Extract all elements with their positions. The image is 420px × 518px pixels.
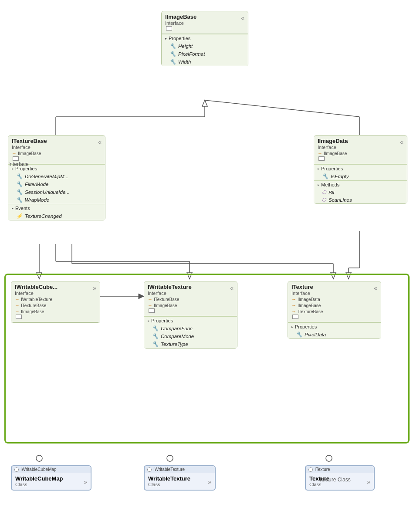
itexturebase-prop-dogeneratemip: 🔧 DoGenerateMipM... [8,173,105,180]
iwritablecubemap-collapse[interactable]: » [93,284,96,291]
texturetype-icon: 🔧 [152,341,159,347]
iwt-arrow2: → [148,303,152,308]
writablecubemap-node: IWritableCubeMap WritableCubeMap Class » [11,465,91,491]
itexture-inherit2: → IImageBase [291,303,323,308]
texturechanged-label: TextureChanged [25,213,62,219]
dogenmip-icon: 🔧 [16,173,23,179]
iimagedata-properties-section: ▸ Properties 🔧 IsEmpty [314,164,407,180]
iwt-prop-texturetype: 🔧 TextureType [144,340,237,348]
itexturebase-inherit: → IImageBase [12,151,47,156]
iimagebase-properties-section: ▸ Properties 🔧 Height 🔧 PixelFormat 🔧 Wi… [162,34,248,66]
iwritabletexture-props-header: ▸ Properties [144,317,237,325]
iimagedata-method-blt: ⬡ Blt [314,189,407,196]
scanlines-icon: ⬡ [322,197,326,203]
iwritabletexture-if-icon [149,308,155,313]
iimagebase-collapse[interactable]: « [241,14,244,21]
itexture-properties-section: ▸ Properties 🔧 PixelData [288,322,381,339]
iimagedata-prop-isempty: 🔧 IsEmpty [314,173,407,180]
it-inherit2: IImageBase [298,303,321,308]
iimagedata-inherit: → IImageBase [318,151,348,156]
pixeldata-label: PixelData [305,332,326,337]
iwritabletexture-inherit2: → IImageBase [148,303,192,308]
iimagedata-methods-label: Methods [321,182,339,187]
iwritablecubemap-stereotype: Interface [15,291,58,296]
iwritablecubemap-if-icon [16,315,22,319]
comparemode-label: CompareMode [161,334,194,339]
itexture-node: ITexture Interface → IImageData → IImage… [288,281,381,339]
itexture-inherit1: → IImageData [291,297,323,302]
iwritabletexture-inherit1: → ITextureBase [148,297,192,302]
itexturebase-event-texturechanged: ⚡ TextureChanged [8,212,105,220]
iwritablecubemap-node: IWritableCube... Interface → IWritableTe… [11,281,100,323]
it-inherit1: IImageData [298,297,320,302]
itexturebase-header: ITextureBase Interface → IImageBase « [8,135,105,164]
iimagedata-props-label: Properties [321,166,343,171]
dogenmip-label: DoGenerateMipM... [25,174,68,179]
properties-triangle: ▸ [165,37,167,41]
isempty-label: IsEmpty [331,174,349,179]
wt-implements-label: IWritableTexture [153,467,185,472]
t-lollipop [308,467,313,472]
blt-icon: ⬡ [322,190,326,195]
iwritabletexture-collapse[interactable]: « [230,284,234,291]
comparefunc-label: CompareFunc [161,326,193,331]
iimagebase-interface-icon [166,26,172,30]
sessionunique-icon: 🔧 [16,189,23,195]
iwt-prop-comparemode: 🔧 CompareMode [144,332,237,340]
iimagebase-title: IImageBase [165,14,196,20]
blt-label: Blt [329,190,334,195]
iwritabletexture-title: IWritableTexture [148,284,192,290]
isempty-icon: 🔧 [322,173,329,179]
itexture-prop-pixeldata: 🔧 PixelData [288,331,381,339]
iwritablecubemap-inherit2: → ITextureBase [15,303,58,308]
icm-inherit1: IWritableTexture [21,297,52,302]
icm-inherit2: ITextureBase [21,303,46,308]
itexturebase-prop-filtermode: 🔧 FilterMode [8,180,105,188]
iimagebase-prop-height: 🔧 Height [162,42,248,50]
itexturebase-collapse[interactable]: « [98,139,102,146]
width-label: Width [178,59,191,64]
iimagebase-properties-header: ▸ Properties [162,34,248,42]
iwritabletexture-stereotype: Interface [148,291,192,296]
icm-arrow2: → [15,303,20,308]
writablecubemap-collapse[interactable]: » [84,478,87,485]
svg-line-4 [205,100,359,117]
iimagedata-stereotype: Interface [318,145,348,150]
wt-lollipop [147,467,152,472]
texture-collapse[interactable]: » [367,478,370,485]
iimagedata-methods-section: ▸ Methods ⬡ Blt ⬡ ScanLines [314,180,407,203]
writabletexture-node: IWritableTexture WritableTexture Class » [144,465,216,491]
itexturebase-stereotype: Interface [12,145,47,150]
writabletexture-stereotype: Class [148,482,190,487]
itexture-stereotype: Interface [291,291,323,296]
iimagedata-node: IImageData Interface → IImageBase « ▸ Pr… [314,135,407,204]
icm-arrow1: → [15,297,20,302]
iwritablecubemap-title: IWritableCube... [15,284,58,290]
sessionunique-label: SessionUniqueIde... [25,190,70,195]
iwt-prop-comparefunc: 🔧 CompareFunc [144,325,237,332]
itexturebase-node: ITextureBase Interface → IImageBase « ▸ … [8,135,105,220]
itexturebase-properties-section: ▸ Properties 🔧 DoGenerateMipM... 🔧 Filte… [8,164,105,204]
iimagebase-header: IImageBase Interface « [162,11,248,34]
svg-point-24 [167,455,173,461]
iimagebase-prop-pixelformat: 🔧 PixelFormat [162,50,248,58]
svg-point-22 [36,455,42,461]
width-prop-icon: 🔧 [169,59,176,65]
inherit-arrow-icon: → [12,151,17,156]
itexturebase-inherits-label: IImageBase [18,151,41,156]
itexture-collapse[interactable]: « [374,284,377,291]
writabletexture-collapse[interactable]: » [208,478,211,485]
iimagedata-interface-icon [318,156,325,161]
it-arrow1: → [291,297,296,302]
interface-label: Interface [8,161,29,167]
iwritabletexture-node: IWritableTexture Interface → ITextureBas… [144,281,237,349]
height-label: Height [178,44,193,49]
iimagedata-props-header: ▸ Properties [314,165,407,173]
wcm-implements-label: IWritableCubeMap [20,467,57,472]
comparemode-icon: 🔧 [152,333,159,339]
iimagedata-title: IImageData [318,138,348,144]
texturechanged-icon: ⚡ [16,213,23,219]
iimagebase-properties-label: Properties [169,36,190,41]
iimagedata-collapse[interactable]: « [400,139,403,146]
itexture-header: ITexture Interface → IImageData → IImage… [288,281,381,322]
